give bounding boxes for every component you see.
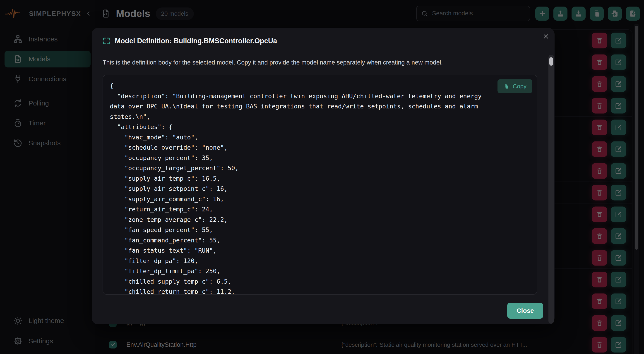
copy-definition-button[interactable]: Copy <box>498 79 532 93</box>
modal-close-x-button[interactable] <box>542 32 550 41</box>
definition-code: { "description": "Building-management co… <box>103 75 501 295</box>
expand-icon <box>102 37 110 45</box>
copy-button-label: Copy <box>513 83 526 90</box>
close-icon <box>543 33 549 40</box>
modal-scrollbar[interactable] <box>548 55 554 324</box>
modal-title: Model Definition: Building.BMSController… <box>115 37 277 45</box>
copy-icon <box>504 83 510 89</box>
definition-code-panel: { "description": "Building-management co… <box>102 75 537 295</box>
modal-scrollbar-thumb[interactable] <box>549 57 553 66</box>
app-root: SIMPLEPHYSX Instances Models <box>0 0 644 354</box>
modal-close-button[interactable]: Close <box>507 303 543 319</box>
modal-subtitle: This is the definition body for the sele… <box>102 59 528 66</box>
model-definition-modal: Model Definition: Building.BMSController… <box>92 28 554 324</box>
modal-header: Model Definition: Building.BMSController… <box>102 34 534 48</box>
